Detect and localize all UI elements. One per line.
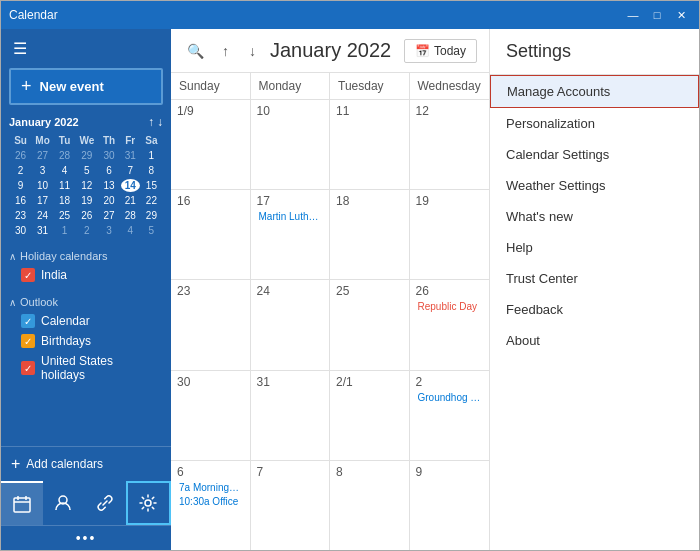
- cal-day-6[interactable]: 6 7a Morning W… 10:30a Office: [171, 461, 251, 550]
- mini-cal-cell[interactable]: 5: [76, 164, 97, 177]
- mini-cal-cell[interactable]: 1: [142, 149, 161, 162]
- holiday-calendars-title[interactable]: ∧ Holiday calendars: [9, 247, 163, 265]
- sidebar-item-us-holidays[interactable]: ✓ United States holidays: [9, 351, 163, 385]
- mini-cal-cell[interactable]: 14: [121, 179, 140, 192]
- event-republic-day[interactable]: Republic Day: [416, 300, 484, 313]
- mini-cal-cell[interactable]: 16: [11, 194, 30, 207]
- cal-day-19[interactable]: 1/9: [171, 100, 251, 189]
- cal-day-24[interactable]: 24: [251, 280, 331, 369]
- mini-cal-cell[interactable]: 28: [55, 149, 74, 162]
- sidebar-item-india[interactable]: ✓ India: [9, 265, 163, 285]
- nav-people-icon[interactable]: [43, 481, 85, 525]
- nav-link-icon[interactable]: [84, 481, 126, 525]
- mini-cal-cell[interactable]: 8: [142, 164, 161, 177]
- sidebar-item-birthdays[interactable]: ✓ Birthdays: [9, 331, 163, 351]
- maximize-button[interactable]: □: [647, 5, 667, 25]
- nav-settings-icon[interactable]: [126, 481, 172, 525]
- mini-cal-cell[interactable]: 2: [76, 224, 97, 237]
- outlook-section-title[interactable]: ∧ Outlook: [9, 293, 163, 311]
- settings-item-weather-settings[interactable]: Weather Settings: [490, 170, 699, 201]
- mini-cal-cell[interactable]: 6: [99, 164, 118, 177]
- close-button[interactable]: ✕: [671, 5, 691, 25]
- mini-cal-cell[interactable]: 27: [99, 209, 118, 222]
- event-mlk[interactable]: Martin Luther K: [257, 210, 324, 223]
- settings-item-about[interactable]: About: [490, 325, 699, 356]
- mini-cal-cell[interactable]: 26: [11, 149, 30, 162]
- mini-cal-next[interactable]: ↓: [157, 115, 163, 129]
- mini-cal-cell[interactable]: 27: [32, 149, 53, 162]
- mini-cal-cell[interactable]: 10: [32, 179, 53, 192]
- cal-day-12[interactable]: 12: [410, 100, 490, 189]
- mini-cal-cell[interactable]: 11: [55, 179, 74, 192]
- event-morning[interactable]: 7a Morning W…: [177, 481, 244, 494]
- mini-cal-cell[interactable]: 19: [76, 194, 97, 207]
- mini-cal-cell[interactable]: 5: [142, 224, 161, 237]
- mini-cal-cell[interactable]: 1: [55, 224, 74, 237]
- cal-day-26[interactable]: 26 Republic Day: [410, 280, 490, 369]
- mini-cal-cell[interactable]: 29: [76, 149, 97, 162]
- mini-cal-cell[interactable]: 31: [32, 224, 53, 237]
- settings-item-manage-accounts[interactable]: Manage Accounts: [490, 75, 699, 108]
- mini-cal-cell[interactable]: 3: [99, 224, 118, 237]
- settings-item-help[interactable]: Help: [490, 232, 699, 263]
- settings-item-trust-center[interactable]: Trust Center: [490, 263, 699, 294]
- mini-cal-cell[interactable]: 7: [121, 164, 140, 177]
- mini-cal-cell[interactable]: 25: [55, 209, 74, 222]
- event-groundhog[interactable]: Groundhog Da…: [416, 391, 484, 404]
- mini-cal-cell[interactable]: 18: [55, 194, 74, 207]
- mini-cal-cell[interactable]: 31: [121, 149, 140, 162]
- minimize-button[interactable]: —: [623, 5, 643, 25]
- cal-day-9[interactable]: 9: [410, 461, 490, 550]
- cal-day-31[interactable]: 31: [251, 371, 331, 460]
- more-options[interactable]: •••: [1, 525, 171, 550]
- cal-day-25[interactable]: 25: [330, 280, 410, 369]
- cal-prev-button[interactable]: ↑: [216, 39, 235, 63]
- cal-day-30[interactable]: 30: [171, 371, 251, 460]
- add-calendars-button[interactable]: + Add calendars: [1, 447, 171, 481]
- search-button[interactable]: 🔍: [183, 39, 208, 63]
- mini-cal-cell[interactable]: 21: [121, 194, 140, 207]
- settings-item-calendar-settings[interactable]: Calendar Settings: [490, 139, 699, 170]
- new-event-button[interactable]: + New event: [9, 68, 163, 105]
- mini-cal-cell[interactable]: 4: [55, 164, 74, 177]
- cal-next-button[interactable]: ↓: [243, 39, 262, 63]
- mini-cal-cell[interactable]: 9: [11, 179, 30, 192]
- cal-day-7[interactable]: 7: [251, 461, 331, 550]
- cal-day-18[interactable]: 18: [330, 190, 410, 279]
- mini-cal-cell[interactable]: 17: [32, 194, 53, 207]
- mini-cal-cell[interactable]: 30: [11, 224, 30, 237]
- mini-cal-cell[interactable]: 26: [76, 209, 97, 222]
- mini-cal-prev[interactable]: ↑: [148, 115, 154, 129]
- nav-calendar-icon[interactable]: [1, 481, 43, 525]
- mini-cal-cell[interactable]: 30: [99, 149, 118, 162]
- settings-item-feedback[interactable]: Feedback: [490, 294, 699, 325]
- cal-day-22[interactable]: 2 Groundhog Da…: [410, 371, 490, 460]
- cal-day-21[interactable]: 2/1: [330, 371, 410, 460]
- cal-day-17[interactable]: 17 Martin Luther K: [251, 190, 331, 279]
- cal-header: 🔍 ↑ ↓ January 2022 📅 Today: [171, 29, 489, 73]
- mini-cal-cell[interactable]: 29: [142, 209, 161, 222]
- mini-cal-cell[interactable]: 15: [142, 179, 161, 192]
- settings-item-personalization[interactable]: Personalization: [490, 108, 699, 139]
- mini-cal-cell[interactable]: 28: [121, 209, 140, 222]
- mini-cal-cell[interactable]: 23: [11, 209, 30, 222]
- cal-day-23[interactable]: 23: [171, 280, 251, 369]
- mini-cal-cell[interactable]: 13: [99, 179, 118, 192]
- mini-cal-cell[interactable]: 2: [11, 164, 30, 177]
- mini-cal-cell[interactable]: 3: [32, 164, 53, 177]
- cal-day-16[interactable]: 16: [171, 190, 251, 279]
- cal-day-8[interactable]: 8: [330, 461, 410, 550]
- cal-day-10[interactable]: 10: [251, 100, 331, 189]
- hamburger-button[interactable]: ☰: [9, 35, 31, 62]
- mini-cal-cell[interactable]: 4: [121, 224, 140, 237]
- event-office[interactable]: 10:30a Office: [177, 495, 244, 508]
- cal-day-19b[interactable]: 19: [410, 190, 490, 279]
- cal-day-11[interactable]: 11: [330, 100, 410, 189]
- mini-cal-cell[interactable]: 22: [142, 194, 161, 207]
- mini-cal-cell[interactable]: 20: [99, 194, 118, 207]
- today-button[interactable]: 📅 Today: [404, 39, 477, 63]
- mini-cal-cell[interactable]: 12: [76, 179, 97, 192]
- mini-cal-cell[interactable]: 24: [32, 209, 53, 222]
- settings-item-whats-new[interactable]: What's new: [490, 201, 699, 232]
- sidebar-item-calendar[interactable]: ✓ Calendar: [9, 311, 163, 331]
